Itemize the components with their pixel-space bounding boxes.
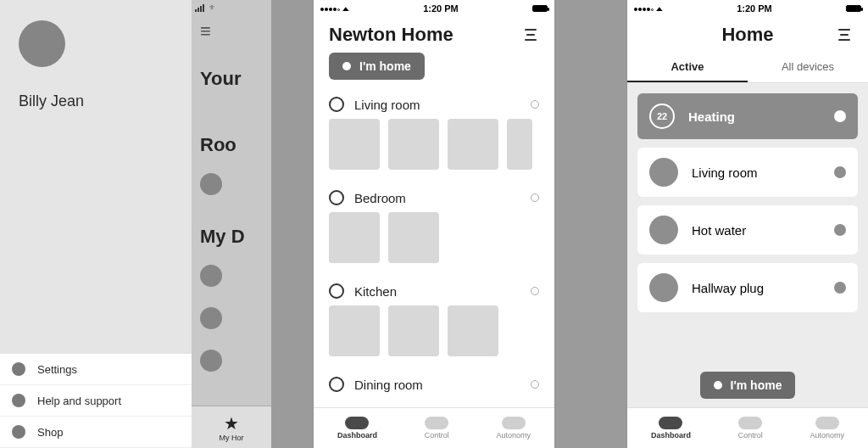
presence-dot-icon — [714, 381, 722, 389]
hamburger-icon[interactable]: ≡ — [192, 15, 271, 48]
tab-icon — [502, 417, 526, 429]
device-tile[interactable] — [448, 305, 498, 356]
device-tile[interactable] — [388, 119, 439, 170]
device-card-living[interactable]: Living room — [637, 148, 858, 197]
avatar[interactable] — [19, 20, 65, 67]
room-header-kitchen[interactable]: Kitchen — [329, 280, 539, 305]
nav-drawer: Billy Jean Settings Help and support Sho… — [0, 0, 192, 448]
phone-devices: 1:20 PM Home Active All devices 22 Heati… — [627, 0, 868, 448]
device-tabs: Active All devices — [627, 53, 868, 83]
device-status-icon — [834, 224, 846, 236]
im-home-label: I'm home — [359, 59, 411, 73]
room-status-icon — [329, 97, 344, 112]
im-home-button[interactable]: I'm home — [329, 53, 425, 80]
drawer-item-help[interactable]: Help and support — [0, 385, 192, 417]
device-tile[interactable] — [329, 305, 380, 356]
drawer-item-label: Settings — [37, 363, 77, 376]
behind-heading-2: Roo — [192, 134, 271, 156]
star-icon: ★ — [224, 413, 239, 434]
tab-control[interactable]: Control — [738, 417, 763, 440]
tab-all-devices[interactable]: All devices — [748, 53, 868, 82]
device-status-icon — [834, 110, 846, 122]
room-status-icon — [329, 377, 344, 392]
device-tile[interactable] — [388, 305, 439, 356]
room-status-icon — [329, 283, 344, 299]
battery-icon — [532, 5, 548, 12]
device-dot-icon — [200, 307, 222, 329]
bottom-tabbar: Dashboard Control Autonomy — [314, 407, 554, 448]
device-tile[interactable] — [329, 119, 380, 170]
settings-icon — [12, 362, 25, 376]
room-header-dining[interactable]: Dining room — [329, 373, 539, 399]
device-tile[interactable] — [388, 212, 439, 263]
device-icon — [649, 273, 678, 302]
tab-icon — [659, 417, 682, 429]
device-name: Living room — [692, 165, 834, 180]
tab-label: Dashboard — [337, 431, 377, 440]
tab-label: Dashboard — [651, 431, 691, 440]
wifi-icon — [656, 3, 663, 13]
room-header-bedroom[interactable]: Bedroom — [329, 187, 539, 212]
tab-icon — [815, 417, 839, 429]
drawer-item-label: Shop — [37, 426, 63, 439]
behind-heading-3: My D — [192, 226, 271, 248]
room-name: Living room — [354, 98, 420, 112]
status-bar: 1:20 PM — [627, 0, 868, 15]
status-bar: 1:20 PM — [314, 0, 554, 15]
user-name: Billy Jean — [19, 92, 173, 110]
tab-autonomy[interactable]: Autonomy — [497, 417, 531, 440]
room-indicator-icon — [531, 193, 539, 202]
tab-active[interactable]: Active — [627, 53, 748, 82]
room-indicator-icon — [531, 100, 539, 109]
device-card-hotwater[interactable]: Hot water — [637, 205, 858, 255]
tab-dashboard[interactable]: Dashboard — [651, 417, 691, 440]
im-home-button[interactable]: I'm home — [700, 372, 796, 399]
device-temp-badge: 22 — [649, 104, 675, 129]
behind-tab-label: My Hor — [220, 434, 244, 442]
tab-label: Control — [738, 431, 763, 440]
drawer-item-shop[interactable]: Shop — [0, 417, 192, 448]
device-dot-icon — [200, 350, 222, 372]
device-tile[interactable] — [448, 119, 498, 170]
clock: 1:20 PM — [423, 3, 459, 14]
room-header-living[interactable]: Living room — [329, 93, 539, 119]
clock: 1:20 PM — [737, 3, 772, 14]
svg-rect-2 — [200, 6, 202, 12]
device-tile[interactable] — [329, 212, 380, 263]
help-icon — [12, 394, 25, 407]
device-name: Heating — [688, 109, 834, 124]
drawer-item-settings[interactable]: Settings — [0, 354, 192, 385]
device-status-icon — [834, 166, 846, 178]
device-card-hallway[interactable]: Hallway plug — [637, 263, 858, 312]
filter-icon[interactable] — [522, 29, 539, 41]
wifi-icon: ᯤ — [209, 3, 217, 12]
device-name: Hot water — [692, 223, 834, 238]
drawer-item-label: Help and support — [37, 395, 121, 407]
signal-icon — [634, 3, 654, 13]
tab-dashboard[interactable]: Dashboard — [337, 417, 377, 440]
tab-icon — [345, 417, 369, 429]
tab-control[interactable]: Control — [425, 417, 449, 440]
page-title: Home — [721, 24, 773, 46]
svg-rect-3 — [203, 4, 204, 12]
behind-tabbar: ★ My Hor — [192, 406, 271, 448]
presence-dot-icon — [342, 62, 351, 70]
tab-autonomy[interactable]: Autonomy — [810, 417, 845, 440]
device-tile[interactable] — [507, 119, 532, 170]
device-name: Hallway plug — [692, 281, 834, 295]
im-home-label: I'm home — [731, 378, 782, 392]
device-card-heating[interactable]: 22 Heating — [637, 93, 858, 139]
room-name: Kitchen — [354, 284, 397, 299]
device-status-icon — [834, 282, 846, 294]
tab-icon — [738, 417, 762, 429]
behind-heading-1: Your — [192, 68, 271, 90]
signal-icon — [320, 3, 341, 13]
wifi-icon — [342, 3, 349, 13]
filter-icon[interactable] — [836, 29, 853, 41]
tab-label: Autonomy — [810, 431, 845, 440]
tab-icon — [425, 417, 448, 429]
tab-label: Control — [425, 431, 449, 440]
tab-label: Autonomy — [497, 431, 531, 440]
room-status-icon — [329, 190, 344, 205]
room-name: Dining room — [354, 378, 423, 392]
